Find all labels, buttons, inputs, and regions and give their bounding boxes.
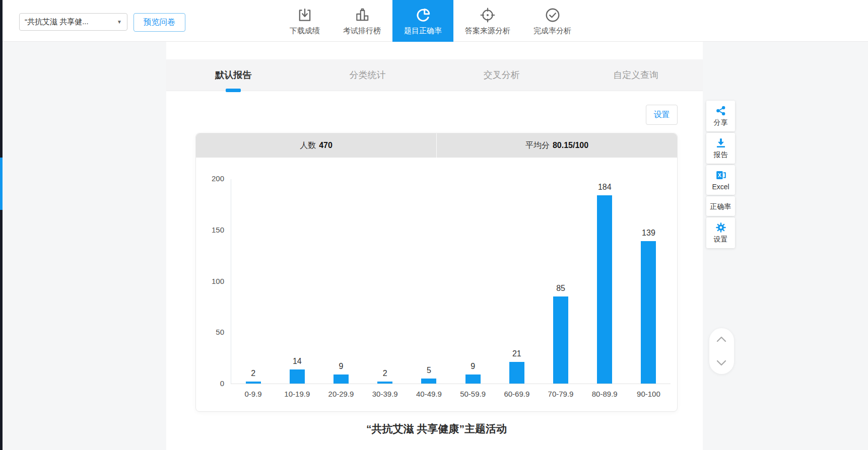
bar-column: 9 20-29.9 [319,179,363,384]
bar [553,296,568,384]
bar [597,195,612,384]
ranking-icon [354,7,370,23]
x-axis-label: 60-69.9 [495,390,539,398]
scroll-controls [709,328,734,374]
x-axis-label: 20-29.9 [319,390,363,398]
tab-label: 分类统计 [349,69,385,81]
bar [333,374,349,384]
preview-survey-button[interactable]: 预览问卷 [133,13,185,32]
nav-item-ranking[interactable]: 考试排行榜 [331,0,392,42]
bar-column: 9 50-59.9 [451,179,495,384]
tool-分享[interactable]: 分享 [706,101,735,131]
x-axis-label: 90-100 [627,390,671,398]
x-axis-label: 0-9.9 [231,390,275,398]
survey-dropdown[interactable]: “共抗艾滋 共享健... ▼ [19,13,127,31]
x-axis-label: 80-89.9 [583,390,627,398]
tab-默认报告[interactable]: 默认报告 [166,59,300,91]
tool-报告[interactable]: 报告 [706,133,735,164]
download-icon [715,137,727,149]
bar-column: 5 40-49.9 [407,179,451,384]
score-distribution-card: 人数 470 平均分 80.15/100 050100150200 2 0-9.… [195,133,678,412]
x-axis-label: 50-59.9 [451,390,495,398]
tool-正确率[interactable]: 正确率 [706,196,735,216]
share-icon [715,105,727,117]
x-axis-label: 70-79.9 [539,390,582,398]
nav-item-pie-chart[interactable]: 题目正确率 [392,0,453,42]
bar-column: 21 60-69.9 [495,179,539,384]
tab-label: 默认报告 [215,69,251,81]
bar [641,241,656,384]
tool-设置[interactable]: 设置 [706,217,735,248]
nav-item-label: 完成率分析 [533,26,571,36]
y-axis-tick-label: 200 [212,174,224,183]
bar-column: 2 30-39.9 [363,179,407,384]
nav-item-label: 答案来源分析 [465,26,510,36]
y-axis-tick-label: 150 [212,226,224,234]
bar-value-label: 85 [539,284,582,293]
sidebar-active-indicator [0,158,3,210]
y-axis-tick-label: 0 [220,379,224,388]
report-tabs: 默认报告 分类统计 交叉分析 自定义查询 [166,59,703,91]
tool-label: 报告 [714,151,728,160]
tab-自定义查询[interactable]: 自定义查询 [569,59,703,91]
bar-value-label: 21 [495,349,539,358]
pie-chart-icon [415,7,431,23]
y-axis-tick-label: 50 [216,328,224,336]
active-tab-underline [226,89,241,92]
bar-value-label: 2 [231,369,275,378]
x-axis-label: 40-49.9 [407,390,451,398]
download-tray-icon [297,7,313,23]
bar-value-label: 139 [627,229,671,238]
tool-label: 正确率 [710,202,731,211]
bar-column: 184 80-89.9 [583,179,627,384]
scroll-up-button[interactable] [715,334,728,344]
tool-label: 分享 [714,118,728,127]
stat-人数: 人数 470 [196,133,436,158]
bar [290,369,305,384]
target-icon [480,7,496,23]
bar-chart-plot: 050100150200 2 0-9.9 14 10-19.9 9 20-29.… [231,179,671,384]
side-toolbar: 分享 报告 XExcel 正确率 设置 [706,101,735,248]
bar [377,382,392,384]
bar-column: 2 0-9.9 [231,179,275,384]
bar-column: 139 90-100 [627,179,671,384]
bar-value-label: 184 [583,183,627,192]
nav-item-check-circle[interactable]: 完成率分析 [522,0,583,42]
tab-分类统计[interactable]: 分类统计 [300,59,434,91]
nav-item-label: 题目正确率 [404,26,442,36]
tab-交叉分析[interactable]: 交叉分析 [435,59,569,91]
tool-Excel[interactable]: XExcel [706,165,735,195]
check-circle-icon [545,7,561,23]
nav-item-label: 考试排行榜 [343,26,381,36]
bar-value-label: 2 [363,369,407,378]
collapsed-sidebar[interactable] [0,0,3,450]
bar [246,382,261,384]
nav-item-label: 下载成绩 [290,26,320,36]
summary-stats-bar: 人数 470 平均分 80.15/100 [196,133,677,158]
tool-label: 设置 [714,235,728,244]
gear-icon [715,221,727,234]
bar-value-label: 9 [451,362,495,371]
excel-icon: X [715,169,727,181]
chart-settings-button[interactable]: 设置 [646,105,678,125]
tool-label: Excel [712,183,729,191]
stat-平均分: 平均分 80.15/100 [436,133,677,158]
caret-down-icon: ▼ [117,19,122,25]
tab-label: 自定义查询 [613,69,658,81]
y-axis-tick-label: 100 [212,277,224,285]
chevron-down-icon [715,358,728,367]
top-nav: 下载成绩 考试排行榜 题目正确率 答案来源分析 完成率分析 [278,0,583,42]
stat-label: 平均分 [525,140,550,151]
top-header: “共抗艾滋 共享健... ▼ 预览问卷 下载成绩 考试排行榜 题目正确率 答案来… [0,0,868,42]
survey-dropdown-value: “共抗艾滋 共享健... [25,17,114,27]
chart-title: “共抗艾滋 共享健康”主题活动 [195,422,678,436]
stat-value: 470 [319,141,332,150]
nav-item-download-tray[interactable]: 下载成绩 [278,0,331,42]
x-axis-label: 30-39.9 [363,390,407,398]
bar-column: 14 10-19.9 [275,179,319,384]
bar-value-label: 14 [275,357,319,366]
x-axis-label: 10-19.9 [275,390,319,398]
tab-label: 交叉分析 [484,69,520,81]
nav-item-target[interactable]: 答案来源分析 [453,0,522,42]
scroll-down-button[interactable] [715,358,728,368]
